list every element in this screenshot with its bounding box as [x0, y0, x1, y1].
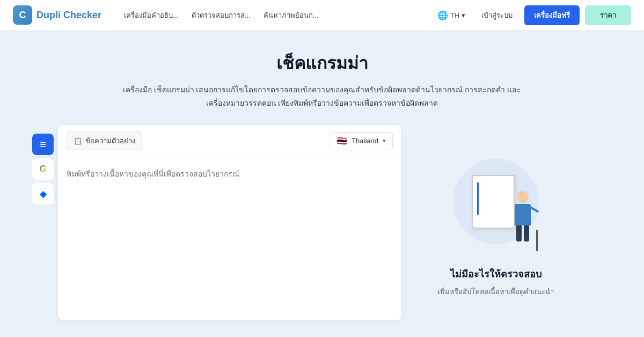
editor-panel: 📋 ข้อความตัวอย่าง 🇹🇭 Thailand ▾	[58, 125, 401, 320]
person-body	[515, 204, 531, 225]
illustration	[442, 148, 550, 255]
lang-code: TH	[450, 11, 459, 19]
navbar-right: 🌐 TH ▾ เข้าสู่ระบบ เครื่องมือฟรี ราคา	[433, 5, 631, 25]
person-legs	[516, 225, 529, 241]
no-content-subtitle: เพิ่มหรืออัปโหลดเนื้อหาเพื่อดูคำแนะนำ	[438, 286, 554, 297]
thailand-flag-icon: 🇹🇭	[336, 136, 347, 146]
person-head	[517, 191, 529, 203]
main-content: ≡ G ◆ 📋 ข้อความตัวอย่าง 🇹🇭 Thailand ▾	[0, 125, 644, 336]
logo-icon: C	[13, 5, 32, 25]
editor-toolbar: 📋 ข้อความตัวอย่าง 🇹🇭 Thailand ▾	[58, 125, 401, 157]
hero-title: เช็คแกรมม่า	[11, 49, 633, 77]
sample-label: ข้อความตัวอย่าง	[85, 135, 135, 146]
person-leg-left	[516, 225, 522, 241]
navbar-links: เครื่องมือคำอธิบ... ตัวตรวจสอบการส... ค้…	[119, 6, 416, 24]
nav-link-checker[interactable]: ตัวตรวจสอบการส...	[186, 6, 256, 24]
language-dropdown[interactable]: 🇹🇭 Thailand ▾	[330, 132, 393, 150]
globe-icon: 🌐	[437, 10, 448, 20]
country-label: Thailand	[352, 137, 378, 145]
nav-link-reverse[interactable]: ค้นหาภาพย้อนก...	[258, 6, 324, 24]
illustration-person	[507, 191, 539, 250]
person-leg-right	[524, 225, 529, 241]
nav-link-tools[interactable]: เครื่องมือคำอธิบ...	[119, 6, 184, 24]
login-button[interactable]: เข้าสู่ระบบ	[475, 6, 519, 24]
editor-area[interactable]	[58, 157, 401, 320]
dropbox-icon: ◆	[40, 189, 46, 199]
text-icon: ≡	[40, 138, 46, 151]
person-arm	[529, 206, 539, 213]
sample-text-button[interactable]: 📋 ข้อความตัวอย่าง	[67, 131, 142, 150]
navbar: C Dupli Checker เครื่องมือคำอธิบ... ตัวต…	[0, 0, 644, 30]
tools-free-button[interactable]: เครื่องมือฟรี	[524, 5, 580, 25]
google-drive-button[interactable]: G	[32, 158, 54, 180]
dropbox-button[interactable]: ◆	[32, 183, 54, 204]
right-panel: ไม่มีอะไรให้ตรวจสอบ เพิ่มหรืออัปโหลดเนื้…	[410, 125, 582, 320]
lang-chevron-icon: ▾	[462, 11, 465, 19]
side-icons: ≡ G ◆	[32, 125, 54, 320]
hero-subtitle: เครื่องมือ เช็คแกรมม่า เสนอการแก้ไขโดยกา…	[113, 83, 531, 110]
google-drive-icon: G	[40, 164, 46, 174]
hero-section: เช็คแกรมม่า เครื่องมือ เช็คแกรมม่า เสนอก…	[0, 30, 644, 125]
illustration-stick	[536, 230, 538, 251]
editor-textarea[interactable]	[67, 168, 393, 307]
logo[interactable]: C Dupli Checker	[13, 5, 101, 25]
language-selector[interactable]: 🌐 TH ▾	[433, 8, 470, 23]
text-icon-button[interactable]: ≡	[32, 134, 54, 155]
price-button[interactable]: ราคา	[585, 5, 631, 25]
sample-icon: 📋	[74, 137, 82, 145]
dropdown-chevron-icon: ▾	[383, 137, 386, 144]
logo-text: Dupli Checker	[36, 10, 101, 21]
no-content-title: ไม่มีอะไรให้ตรวจสอบ	[450, 266, 541, 282]
